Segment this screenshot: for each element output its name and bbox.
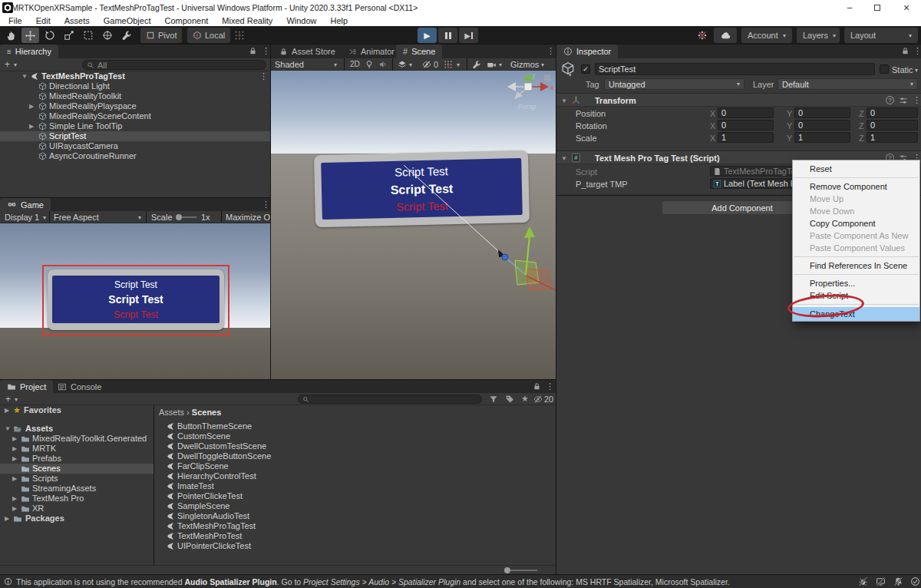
hidden-objects-icon[interactable] [422, 60, 431, 69]
status-message[interactable]: This application is not using the recomm… [16, 577, 730, 586]
foldout-closed-icon[interactable]: ▶ [12, 454, 17, 464]
cloud-button[interactable] [714, 28, 737, 43]
divider[interactable] [0, 197, 270, 198]
cache-server-disabled-icon[interactable] [876, 576, 886, 586]
hierarchy-item-selected[interactable]: ScriptTest [0, 131, 270, 141]
scale-tool-icon[interactable] [60, 28, 78, 43]
foldout-closed-icon[interactable]: ▶ [12, 434, 17, 444]
preset-icon[interactable] [899, 96, 908, 105]
asset-item[interactable]: TextMeshProTest [154, 531, 556, 541]
maximize-on-play-toggle[interactable]: Maximize On Play [226, 213, 270, 222]
folder-node[interactable]: ▶Scripts [0, 474, 154, 484]
aspect-dropdown[interactable]: Free Aspect [54, 213, 99, 222]
grid-snap-icon[interactable] [230, 28, 248, 43]
rect-tool-icon[interactable] [79, 28, 97, 43]
asset-item[interactable]: PointerClickeTest [154, 491, 556, 501]
scale-z-field[interactable]: 1 [867, 132, 918, 143]
foldout-closed-icon[interactable]: ▶ [12, 474, 17, 484]
effects-dropdown-icon[interactable] [398, 60, 407, 69]
hierarchy-item[interactable]: Directional Light [0, 81, 270, 91]
foldout-open-icon[interactable]: ▼ [21, 71, 28, 81]
scene-view-lock-icon[interactable] [544, 74, 551, 81]
folder-node-selected[interactable]: Scenes [0, 464, 154, 474]
context-menu-item-properties[interactable]: Properties... [793, 277, 919, 289]
context-menu-item-remove-component[interactable]: Remove Component [793, 180, 919, 193]
debugger-disabled-icon[interactable] [858, 576, 868, 586]
gizmo-y-arrowhead[interactable] [524, 226, 535, 238]
tab-asset-store[interactable]: Asset Store [272, 45, 342, 58]
project-search-input[interactable] [298, 395, 482, 404]
orientation-gizmo-left[interactable] [507, 82, 516, 91]
orientation-gizmo-x[interactable] [540, 82, 549, 91]
rotation-z-field[interactable]: 0 [867, 120, 918, 130]
rotation-y-field[interactable]: 0 [794, 120, 850, 130]
scene-viewport[interactable]: Script Test Script Test Script Test [271, 71, 556, 380]
tag-dropdown[interactable]: Untagged▾ [604, 78, 744, 90]
position-x-field[interactable]: 0 [718, 107, 774, 118]
asset-item[interactable]: UIPointerClickeTest [154, 541, 556, 551]
folder-node[interactable]: ▶TextMesh Pro [0, 494, 154, 504]
asset-item[interactable]: DwellToggleButtonScene [154, 451, 556, 461]
asset-item[interactable]: HierarchyControlTest [154, 471, 556, 481]
kebab-menu-icon[interactable]: ⋮ [262, 46, 270, 56]
icon-size-slider-track[interactable] [507, 570, 537, 571]
menu-window[interactable]: Window [279, 15, 323, 26]
divider[interactable] [270, 45, 271, 380]
minimize-button[interactable]: – [838, 0, 861, 15]
folder-node[interactable]: ▶XR [0, 504, 154, 514]
foldout-closed-icon[interactable]: ▶ [5, 514, 9, 524]
chevron-down-icon[interactable]: ▾ [14, 61, 17, 68]
grid-visibility-icon[interactable] [444, 60, 453, 69]
context-menu-item-reset[interactable]: Reset [793, 163, 919, 175]
asset-item[interactable]: SingletonAudioTest [154, 511, 556, 521]
asset-item[interactable]: ButtonThemeScene [154, 421, 556, 431]
hierarchy-item[interactable]: MixedRealityToolkit [0, 91, 270, 101]
display-dropdown[interactable]: Display 1 [5, 213, 39, 222]
icon-size-slider-knob[interactable] [504, 567, 510, 573]
hierarchy-item[interactable]: UIRaycastCamera [0, 141, 270, 151]
hierarchy-item[interactable]: ▶MixedRealityPlayspace [0, 101, 270, 111]
divider[interactable] [556, 45, 556, 574]
foldout-closed-icon[interactable]: ▶ [29, 121, 34, 131]
menu-help[interactable]: Help [324, 15, 355, 26]
layer-dropdown[interactable]: Default▾ [777, 78, 918, 90]
close-button[interactable]: × [895, 0, 918, 15]
create-add-button[interactable]: + [5, 394, 11, 405]
active-checkbox[interactable]: ✓ [581, 64, 590, 74]
tab-project[interactable]: Project [0, 380, 53, 393]
camera-settings-icon[interactable] [487, 60, 497, 70]
folder-node[interactable]: ▶MixedRealityToolkit.Generated [0, 434, 154, 444]
hierarchy-item[interactable]: ▶Simple Line ToolTip [0, 121, 270, 131]
layers-dropdown[interactable]: Layers▾ [797, 28, 840, 43]
persp-label[interactable]: Persp [518, 103, 536, 111]
assets-root-node[interactable]: ▼Assets [0, 424, 154, 434]
menu-mixed-reality[interactable]: Mixed Reality [215, 15, 279, 26]
gameobject-icon[interactable] [561, 61, 575, 75]
scale-y-field[interactable]: 1 [794, 132, 850, 143]
breadcrumb-current[interactable]: Scenes [192, 408, 222, 417]
layout-dropdown[interactable]: Layout▾ [844, 28, 918, 43]
asset-item[interactable]: FarClipScene [154, 461, 556, 471]
foldout-closed-icon[interactable]: ▶ [12, 504, 17, 514]
favorites-filter-icon[interactable]: ★ [521, 394, 529, 404]
context-menu-item-changetext[interactable]: ChangeText [793, 307, 919, 321]
menu-gameobject[interactable]: GameObject [97, 15, 158, 26]
profiler-icon[interactable] [693, 28, 711, 43]
lock-icon[interactable] [901, 47, 909, 55]
account-dropdown[interactable]: Account▾ [741, 28, 792, 43]
kebab-menu-icon[interactable]: ⋮ [913, 46, 921, 56]
kebab-menu-icon[interactable]: ⋮ [913, 95, 921, 105]
context-menu-item-copy-component[interactable]: Copy Component [793, 217, 919, 230]
hidden-packages-icon[interactable] [533, 395, 543, 404]
asset-item[interactable]: CustomScene [154, 431, 556, 441]
audio-toggle-icon[interactable] [378, 60, 388, 69]
context-menu-item-find-references[interactable]: Find References In Scene [793, 259, 919, 272]
tab-inspector[interactable]: Inspector [556, 45, 618, 58]
chevron-down-icon[interactable]: ▾ [915, 67, 918, 74]
tab-hierarchy[interactable]: ≡Hierarchy [0, 45, 58, 58]
create-add-button[interactable]: + [5, 59, 10, 70]
component-tools-icon[interactable] [472, 60, 481, 69]
hand-tool-icon[interactable] [2, 28, 20, 43]
foldout-closed-icon[interactable]: ▶ [12, 444, 17, 454]
divider[interactable] [0, 379, 556, 380]
